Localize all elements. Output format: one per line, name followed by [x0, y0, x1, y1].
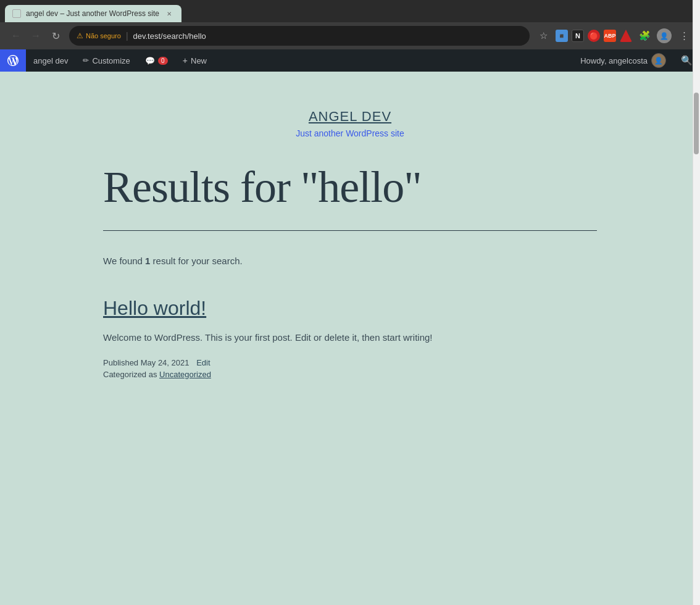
post-item: Hello world! Welcome to WordPress. This … [103, 297, 597, 379]
search-results-info: We found 1 result for your search. [103, 256, 597, 266]
search-heading: Results for "hello" [103, 163, 597, 212]
post-date: May 24, 2021 [141, 358, 190, 367]
scrollbar[interactable] [693, 0, 700, 605]
extensions-button[interactable]: 🧩 [636, 27, 653, 44]
security-warning: ⚠ Não seguro [77, 31, 121, 40]
post-categories: Categorized as Uncategorized [103, 370, 597, 379]
browser-tabs: angel dev – Just another WordPress site … [0, 0, 700, 22]
scrollbar-thumb[interactable] [694, 93, 699, 154]
post-meta: Published May 24, 2021 Edit [103, 358, 597, 367]
results-info-before: We found [103, 256, 145, 266]
extension-icon-n[interactable]: N [572, 30, 584, 42]
toolbar-icons: ☆ ◾ N 🔴 ABP 🧩 👤 ⋮ [535, 27, 693, 44]
post-excerpt: Welcome to WordPress. This is your first… [103, 330, 597, 346]
tab-title: angel dev – Just another WordPress site [26, 9, 159, 18]
address-bar[interactable]: ⚠ Não seguro | dev.test/search/hello [69, 26, 530, 46]
site-name-label: angel dev [33, 56, 68, 65]
extension-icon-red[interactable]: 🔴 [588, 30, 600, 42]
customize-label: Customize [92, 56, 130, 65]
extension-icon-tri[interactable] [620, 30, 632, 42]
site-description: Just another WordPress site [12, 128, 688, 138]
comments-count: 0 [158, 57, 168, 65]
admin-bar-new[interactable]: + New [175, 49, 214, 72]
tab-favicon [12, 9, 21, 18]
admin-bar-comments[interactable]: 💬 0 [138, 49, 175, 72]
post-edit-link[interactable]: Edit [196, 358, 210, 367]
categorized-label: Categorized as [103, 370, 159, 379]
new-label: New [191, 56, 207, 65]
site-description-after: ress site [372, 128, 404, 138]
results-info-after: result for your search. [150, 256, 242, 266]
post-category-link[interactable]: Uncategorized [159, 370, 211, 379]
security-warning-text: Não seguro [86, 32, 121, 40]
admin-bar-customize[interactable]: ✏ Customize [75, 49, 137, 72]
search-divider [103, 230, 597, 231]
extension-icon-1[interactable]: ◾ [556, 30, 568, 42]
menu-button[interactable]: ⋮ [675, 27, 693, 44]
post-title: Hello world! [103, 297, 597, 320]
active-tab[interactable]: angel dev – Just another WordPress site … [5, 5, 181, 22]
user-avatar: 👤 [651, 53, 666, 68]
warning-icon: ⚠ [77, 31, 83, 40]
admin-bar-howdy[interactable]: Howdy, angelcosta 👤 [573, 49, 673, 72]
page-content: ANGEL DEV Just another WordPress site Re… [0, 72, 700, 605]
tab-close-button[interactable]: ✕ [164, 9, 174, 19]
admin-bar-left: angel dev ✏ Customize 💬 0 + New [0, 49, 214, 72]
comments-bubble-icon: 💬 [145, 56, 155, 65]
address-url: dev.test/search/hello [133, 31, 522, 41]
wp-admin-bar: angel dev ✏ Customize 💬 0 + New Howdy, a… [0, 49, 700, 72]
admin-bar-right: Howdy, angelcosta 👤 🔍 [573, 49, 700, 72]
wp-logo-button[interactable] [0, 49, 26, 72]
extension-icon-abp[interactable]: ABP [604, 30, 616, 42]
browser-toolbar: ← → ↻ ⚠ Não seguro | dev.test/search/hel… [0, 22, 700, 49]
address-separator: | [126, 31, 128, 41]
customize-pencil-icon: ✏ [83, 56, 89, 65]
reload-button[interactable]: ↻ [47, 27, 64, 44]
site-header: ANGEL DEV Just another WordPress site [0, 72, 700, 163]
profile-avatar[interactable]: 👤 [657, 28, 672, 43]
post-title-link[interactable]: Hello world! [103, 297, 206, 319]
site-description-before: Just another Word [296, 128, 366, 138]
howdy-text: Howdy, angelcosta [580, 56, 648, 65]
site-description-highlight: P [366, 128, 372, 138]
site-title[interactable]: ANGEL DEV [12, 109, 688, 125]
forward-button[interactable]: → [27, 27, 44, 44]
main-content: Results for "hello" We found 1 result fo… [54, 163, 646, 379]
bookmark-button[interactable]: ☆ [535, 27, 552, 44]
published-label: Published [103, 358, 141, 367]
nav-buttons: ← → ↻ [7, 27, 64, 44]
back-button[interactable]: ← [7, 27, 25, 44]
admin-bar-site-name[interactable]: angel dev [26, 49, 75, 72]
new-plus-icon: + [183, 56, 188, 65]
wordpress-icon [7, 55, 19, 66]
